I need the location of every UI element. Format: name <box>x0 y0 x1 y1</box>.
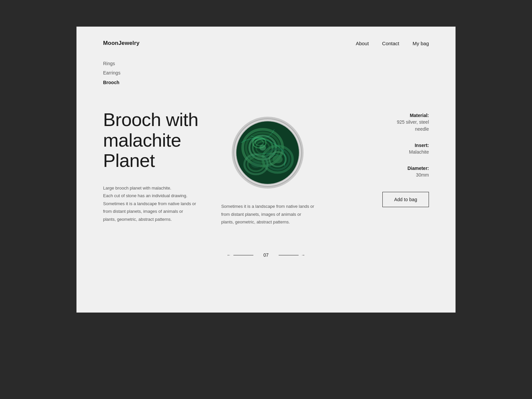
product-info: Brooch with malachite Planet Large brooc… <box>103 109 213 223</box>
svg-point-22 <box>252 135 264 143</box>
left-arrow-icon: ← <box>227 253 231 257</box>
sidebar-item-earrings[interactable]: Earrings <box>103 69 429 76</box>
diameter-label: Diameter: <box>323 166 429 171</box>
page-number: 07 <box>263 252 269 258</box>
svg-point-23 <box>270 143 278 149</box>
nav-contact[interactable]: Contact <box>382 41 399 46</box>
spec-material: Material: 925 silver, steelneedle <box>323 113 429 133</box>
spec-diameter: Diameter: 30mm <box>323 166 429 179</box>
nav-about[interactable]: About <box>356 41 369 46</box>
main-content: Brooch with malachite Planet Large brooc… <box>76 89 456 239</box>
product-image <box>231 116 304 189</box>
add-to-bag-button[interactable]: Add to bag <box>382 192 429 207</box>
sidebar-item-brooch[interactable]: Brooch <box>103 79 429 86</box>
insert-value: Malachite <box>409 149 429 155</box>
specs-panel: Material: 925 silver, steelneedle Insert… <box>323 109 429 207</box>
material-label: Material: <box>323 113 429 118</box>
left-arrow-line <box>233 255 253 255</box>
insert-label: Insert: <box>323 143 429 148</box>
sidebar-item-rings[interactable]: Rings <box>103 60 429 67</box>
diameter-value: 30mm <box>416 172 429 178</box>
right-arrow-icon: → <box>301 253 305 257</box>
nav-my-bag[interactable]: My bag <box>413 41 429 46</box>
category-nav: Rings Earrings Brooch <box>76 57 456 89</box>
image-caption: Sometimes it is a landscape from native … <box>221 202 314 226</box>
pagination: ← 07 → <box>76 239 456 278</box>
product-title: Brooch with malachite Planet <box>103 109 200 171</box>
right-arrow-line <box>279 255 299 255</box>
spec-insert: Insert: Malachite <box>323 143 429 156</box>
svg-point-19 <box>251 161 261 168</box>
main-nav: About Contact My bag <box>356 41 429 46</box>
next-page-button[interactable]: → <box>279 253 305 257</box>
svg-point-16 <box>273 155 283 163</box>
header: MoonJewelry About Contact My bag <box>76 27 456 57</box>
product-image-area: Sometimes it is a landscape from native … <box>213 109 323 226</box>
prev-page-button[interactable]: ← <box>227 253 253 257</box>
product-description: Large brooch planet with malachite.Each … <box>103 184 200 223</box>
logo[interactable]: MoonJewelry <box>103 40 140 47</box>
page-container: MoonJewelry About Contact My bag Rings E… <box>76 27 456 313</box>
material-value: 925 silver, steelneedle <box>397 119 429 132</box>
